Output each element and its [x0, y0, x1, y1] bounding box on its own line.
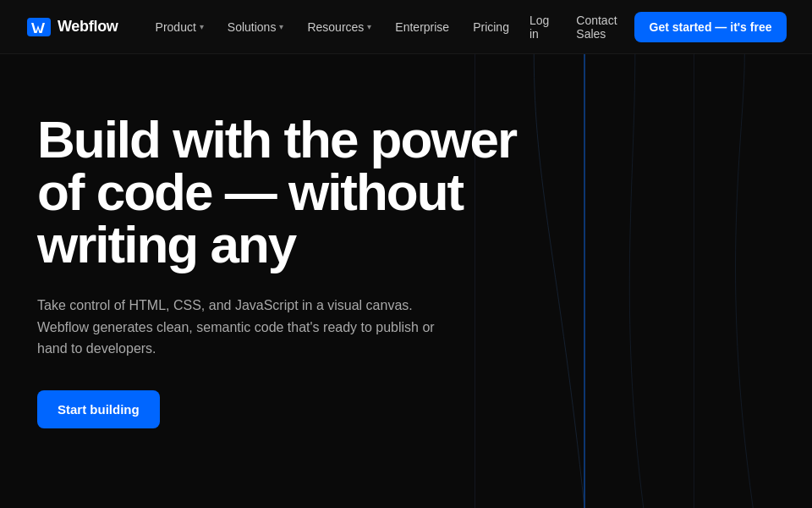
hero-title: Build with the power of code — without w…: [37, 113, 528, 271]
nav-item-pricing[interactable]: Pricing: [463, 14, 519, 41]
webflow-logo-icon: [27, 18, 51, 36]
logo-text: Webflow: [58, 18, 118, 36]
nav-item-solutions[interactable]: Solutions ▾: [217, 14, 294, 41]
hero-section: Build with the power of code — without w…: [0, 54, 812, 508]
nav-right-items: Log in Contact Sales Get started — it's …: [519, 7, 787, 47]
get-started-button[interactable]: Get started — it's free: [634, 12, 787, 42]
chevron-down-icon: ▾: [200, 22, 204, 31]
chevron-down-icon: ▾: [279, 22, 283, 31]
nav-item-resources[interactable]: Resources ▾: [297, 14, 381, 41]
nav-contact-sales-link[interactable]: Contact Sales: [566, 7, 627, 47]
nav-left-items: Product ▾ Solutions ▾ Resources ▾ Enterp…: [145, 14, 519, 41]
nav-item-enterprise[interactable]: Enterprise: [385, 14, 459, 41]
nav-login-link[interactable]: Log in: [519, 7, 559, 47]
logo-link[interactable]: Webflow: [27, 18, 118, 36]
nav-item-product[interactable]: Product ▾: [145, 14, 214, 41]
chevron-down-icon: ▾: [367, 22, 371, 31]
hero-content: Build with the power of code — without w…: [37, 113, 528, 428]
svg-rect-0: [27, 18, 51, 36]
hero-subtitle: Take control of HTML, CSS, and JavaScrip…: [37, 295, 443, 360]
start-building-button[interactable]: Start building: [37, 390, 160, 428]
navbar: Webflow Product ▾ Solutions ▾ Resources …: [0, 0, 812, 54]
